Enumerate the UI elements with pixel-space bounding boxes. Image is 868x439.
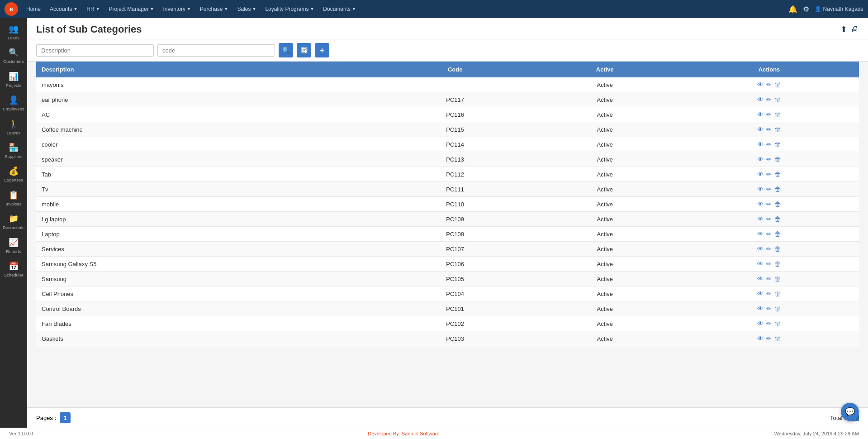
delete-icon[interactable]: 🗑 xyxy=(774,200,781,208)
nav-documents[interactable]: Documents ▼ xyxy=(319,4,360,14)
export-icon[interactable]: ⬆ xyxy=(840,24,847,34)
brand-logo[interactable]: e xyxy=(5,2,18,16)
print-icon[interactable]: 🖨 xyxy=(851,24,859,34)
edit-icon[interactable]: ✏ xyxy=(766,81,772,88)
delete-icon[interactable]: 🗑 xyxy=(774,230,781,238)
view-icon[interactable]: 👁 xyxy=(757,111,764,118)
edit-icon[interactable]: ✏ xyxy=(766,245,772,253)
search-button[interactable]: 🔍 xyxy=(279,43,293,57)
sidebar-item-expenses[interactable]: 💰 Expenses xyxy=(0,162,27,186)
view-icon[interactable]: 👁 xyxy=(757,171,764,178)
cell-active: Active xyxy=(531,212,679,227)
view-icon[interactable]: 👁 xyxy=(757,260,764,267)
delete-icon[interactable]: 🗑 xyxy=(774,215,781,223)
edit-icon[interactable]: ✏ xyxy=(766,171,772,178)
delete-icon[interactable]: 🗑 xyxy=(774,81,781,88)
edit-icon[interactable]: ✏ xyxy=(766,141,772,148)
cell-actions: 👁 ✏ 🗑 xyxy=(679,242,859,257)
sidebar-item-reports[interactable]: 📈 Reports xyxy=(0,234,27,258)
edit-icon[interactable]: ✏ xyxy=(766,156,772,163)
leads-icon: 👥 xyxy=(9,24,19,34)
edit-icon[interactable]: ✏ xyxy=(766,260,772,267)
delete-icon[interactable]: 🗑 xyxy=(774,245,781,253)
edit-icon[interactable]: ✏ xyxy=(766,186,772,193)
nav-loyalty[interactable]: Loyality Programs ▼ xyxy=(261,4,318,14)
edit-icon[interactable]: ✏ xyxy=(766,320,772,327)
view-icon[interactable]: 👁 xyxy=(757,156,764,163)
delete-icon[interactable]: 🗑 xyxy=(774,260,781,267)
view-icon[interactable]: 👁 xyxy=(757,141,764,148)
delete-icon[interactable]: 🗑 xyxy=(774,320,781,327)
edit-icon[interactable]: ✏ xyxy=(766,305,772,312)
nav-sales[interactable]: Sales ▼ xyxy=(233,4,260,14)
nav-purchase[interactable]: Purchase ▼ xyxy=(196,4,232,14)
description-filter[interactable] xyxy=(36,44,154,57)
sidebar-item-documents[interactable]: 📁 Documents xyxy=(0,210,27,234)
nav-home[interactable]: Home xyxy=(23,4,44,14)
settings-icon[interactable]: ⚙ xyxy=(803,5,809,14)
sidebar-item-projects[interactable]: 📊 Projects xyxy=(0,68,27,91)
developer-info: Developed By: Sanmol Software xyxy=(368,431,439,436)
table-row: Lg laptopPC109Active 👁 ✏ 🗑 xyxy=(36,212,859,227)
delete-icon[interactable]: 🗑 xyxy=(774,290,781,297)
nav-inventory[interactable]: Inventory ▼ xyxy=(160,4,194,14)
delete-icon[interactable]: 🗑 xyxy=(774,186,781,193)
edit-icon[interactable]: ✏ xyxy=(766,290,772,297)
view-icon[interactable]: 👁 xyxy=(757,245,764,253)
cell-code: PC102 xyxy=(380,316,531,331)
delete-icon[interactable]: 🗑 xyxy=(774,275,781,282)
page-1-button[interactable]: 1 xyxy=(60,412,71,423)
sidebar-item-customers[interactable]: 🔍 Customers xyxy=(0,44,27,67)
edit-icon[interactable]: ✏ xyxy=(766,335,772,342)
code-filter[interactable] xyxy=(157,44,275,57)
table-row: Control BoardsPC101Active 👁 ✏ 🗑 xyxy=(36,301,859,316)
edit-icon[interactable]: ✏ xyxy=(766,96,772,103)
view-icon[interactable]: 👁 xyxy=(757,320,764,327)
view-icon[interactable]: 👁 xyxy=(757,290,764,297)
user-menu[interactable]: 👤 Navnath Kagade xyxy=(815,6,863,12)
docs-caret: ▼ xyxy=(352,7,356,11)
refresh-button[interactable]: 🔄 xyxy=(297,43,311,57)
view-icon[interactable]: 👁 xyxy=(757,230,764,238)
delete-icon[interactable]: 🗑 xyxy=(774,171,781,178)
view-icon[interactable]: 👁 xyxy=(757,96,764,103)
nav-accounts[interactable]: Accounts ▼ xyxy=(46,4,81,14)
chat-bubble[interactable]: 💬 xyxy=(841,403,859,421)
delete-icon[interactable]: 🗑 xyxy=(774,126,781,133)
view-icon[interactable]: 👁 xyxy=(757,305,764,312)
sidebar: 👥 Leads 🔍 Customers 📊 Projects 👤 Employe… xyxy=(0,18,27,428)
delete-icon[interactable]: 🗑 xyxy=(774,156,781,163)
sidebar-item-invoices[interactable]: 📋 Invoices xyxy=(0,186,27,210)
sidebar-item-scheduler[interactable]: 📅 Scheduler xyxy=(0,258,27,281)
nav-hr[interactable]: HR ▼ xyxy=(83,4,103,14)
delete-icon[interactable]: 🗑 xyxy=(774,96,781,103)
edit-icon[interactable]: ✏ xyxy=(766,275,772,282)
edit-icon[interactable]: ✏ xyxy=(766,111,772,118)
edit-icon[interactable]: ✏ xyxy=(766,126,772,133)
cell-description: Coffee machine xyxy=(36,122,380,137)
view-icon[interactable]: 👁 xyxy=(757,275,764,282)
subcategories-table: Description Code Active Actions mayonisA… xyxy=(36,62,859,346)
nav-project-manager[interactable]: Project Manager ▼ xyxy=(105,4,158,14)
user-avatar-icon: 👤 xyxy=(815,6,821,12)
sidebar-item-suppliers[interactable]: 🏪 Suppliers xyxy=(0,139,27,162)
view-icon[interactable]: 👁 xyxy=(757,81,764,88)
delete-icon[interactable]: 🗑 xyxy=(774,335,781,342)
edit-icon[interactable]: ✏ xyxy=(766,215,772,223)
delete-icon[interactable]: 🗑 xyxy=(774,141,781,148)
sidebar-item-leaves[interactable]: 🚶 Leaves xyxy=(0,115,27,139)
add-button[interactable]: + xyxy=(315,43,329,57)
view-icon[interactable]: 👁 xyxy=(757,335,764,342)
sidebar-item-leads[interactable]: 👥 Leads xyxy=(0,20,27,44)
edit-icon[interactable]: ✏ xyxy=(766,230,772,238)
edit-icon[interactable]: ✏ xyxy=(766,200,772,208)
view-icon[interactable]: 👁 xyxy=(757,200,764,208)
delete-icon[interactable]: 🗑 xyxy=(774,111,781,118)
delete-icon[interactable]: 🗑 xyxy=(774,305,781,312)
view-icon[interactable]: 👁 xyxy=(757,186,764,193)
view-icon[interactable]: 👁 xyxy=(757,215,764,223)
cell-code xyxy=(380,77,531,92)
sidebar-item-employees[interactable]: 👤 Employees xyxy=(0,91,27,115)
notification-icon[interactable]: 🔔 xyxy=(788,5,797,14)
view-icon[interactable]: 👁 xyxy=(757,126,764,133)
